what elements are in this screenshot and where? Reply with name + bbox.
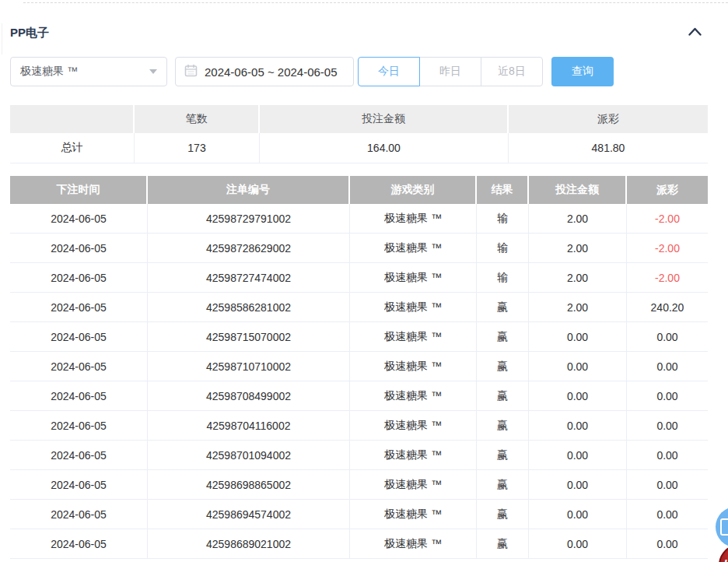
- detail-header-order-no: 注单编号: [148, 176, 350, 204]
- yesterday-button[interactable]: 昨日: [419, 57, 481, 86]
- cell-bet-time: 2024-06-05: [10, 322, 148, 352]
- table-row: 2024-06-0542598728629002极速糖果 ™输2.00-2.00: [10, 234, 708, 263]
- cell-bet-time: 2024-06-05: [10, 381, 148, 411]
- cell-bet-amount: 0.00: [529, 381, 627, 411]
- cell-bet-time: 2024-06-05: [10, 204, 148, 234]
- cell-bet-amount: 0.00: [529, 352, 627, 381]
- cell-payout: 0.00: [627, 411, 708, 441]
- cell-bet-time: 2024-06-05: [10, 263, 148, 293]
- summary-total-label: 总计: [10, 133, 135, 163]
- cell-bet-amount: 2.00: [529, 204, 627, 234]
- cell-payout: 0.00: [627, 470, 708, 500]
- cell-result: 输: [477, 263, 529, 293]
- collapse-panel-button[interactable]: [684, 24, 705, 41]
- cell-bet-time: 2024-06-05: [10, 293, 148, 322]
- table-row: 2024-06-0542598586281002极速糖果 ™赢2.00240.2…: [10, 293, 708, 322]
- table-row: 2024-06-0542598729791002极速糖果 ™输2.00-2.00: [10, 204, 708, 234]
- cell-result: 赢: [477, 441, 529, 470]
- cell-result: 赢: [477, 293, 529, 322]
- chevron-up-icon: [688, 26, 702, 39]
- cell-game-type: 极速糖果 ™: [350, 352, 477, 381]
- cell-bet-time: 2024-06-05: [10, 411, 148, 441]
- cell-payout: 0.00: [627, 322, 708, 352]
- date-range-input[interactable]: 2024-06-05 ~ 2024-06-05: [175, 57, 354, 86]
- cell-order-no: 42598694574002: [148, 500, 350, 529]
- game-select[interactable]: 极速糖果 ™: [10, 57, 167, 86]
- cell-game-type: 极速糖果 ™: [350, 234, 477, 263]
- detail-header-game-type: 游戏类别: [350, 176, 477, 204]
- cell-order-no: 42598727474002: [148, 263, 350, 293]
- cell-payout: -2.00: [627, 234, 708, 263]
- cell-order-no: 42598710710002: [148, 352, 350, 381]
- cell-result: 输: [477, 204, 529, 234]
- cell-result: 赢: [477, 322, 529, 352]
- table-row: 2024-06-0542598710710002极速糖果 ™赢0.000.00: [10, 352, 708, 381]
- cell-payout: 0.00: [627, 441, 708, 470]
- cell-bet-time: 2024-06-05: [10, 441, 148, 470]
- promo-float-button[interactable]: b: [719, 544, 728, 562]
- customer-service-float-button[interactable]: [716, 507, 728, 547]
- cell-bet-time: 2024-06-05: [10, 500, 148, 529]
- detail-table-body: 2024-06-0542598729791002极速糖果 ™输2.00-2.00…: [10, 204, 708, 559]
- summary-table: 笔数 投注金额 派彩 总计 173 164.00 481.80: [10, 105, 708, 163]
- cell-payout: -2.00: [627, 263, 708, 293]
- table-row: 2024-06-0542598727474002极速糖果 ™输2.00-2.00: [10, 263, 708, 293]
- cell-game-type: 极速糖果 ™: [350, 500, 477, 529]
- cell-result: 赢: [477, 470, 529, 500]
- cell-payout: 0.00: [627, 352, 708, 381]
- cell-game-type: 极速糖果 ™: [350, 470, 477, 500]
- summary-total-count: 173: [135, 133, 260, 163]
- cell-result: 赢: [477, 500, 529, 529]
- table-row: 2024-06-0542598704116002极速糖果 ™赢0.000.00: [10, 411, 708, 441]
- cell-game-type: 极速糖果 ™: [350, 411, 477, 441]
- left-edge-line: [2, 23, 2, 54]
- detail-header-row: 下注时间 注单编号 游戏类别 结果 投注金额 派彩: [10, 176, 708, 204]
- cell-bet-amount: 2.00: [529, 293, 627, 322]
- cell-order-no: 42598586281002: [148, 293, 350, 322]
- table-row: 2024-06-0542598698865002极速糖果 ™赢0.000.00: [10, 470, 708, 500]
- bet-records-table: 下注时间 注单编号 游戏类别 结果 投注金额 派彩 2024-06-054259…: [10, 176, 708, 559]
- table-row: 2024-06-0542598708499002极速糖果 ™赢0.000.00: [10, 381, 708, 411]
- cell-bet-amount: 0.00: [529, 529, 627, 559]
- cell-payout: -2.00: [627, 204, 708, 234]
- cell-order-no: 42598698865002: [148, 470, 350, 500]
- page-title: PP电子: [10, 26, 49, 40]
- summary-total-payout: 481.80: [509, 133, 708, 163]
- cell-bet-amount: 2.00: [529, 234, 627, 263]
- promo-logo: b: [723, 558, 728, 562]
- cell-payout: 0.00: [627, 529, 708, 559]
- table-row: 2024-06-0542598694574002极速糖果 ™赢0.000.00: [10, 500, 708, 529]
- quick-range-button-group: 今日 昨日 近8日: [358, 57, 543, 86]
- cell-game-type: 极速糖果 ™: [350, 441, 477, 470]
- cell-game-type: 极速糖果 ™: [350, 381, 477, 411]
- cell-game-type: 极速糖果 ™: [350, 293, 477, 322]
- document-icon: [720, 518, 728, 536]
- calendar-icon: [184, 64, 198, 79]
- cell-result: 赢: [477, 352, 529, 381]
- cell-order-no: 42598701094002: [148, 441, 350, 470]
- summary-header-row: 笔数 投注金额 派彩: [10, 105, 708, 133]
- cell-order-no: 42598704116002: [148, 411, 350, 441]
- summary-header-payout: 派彩: [509, 105, 708, 133]
- detail-header-result: 结果: [477, 176, 529, 204]
- cell-game-type: 极速糖果 ™: [350, 263, 477, 293]
- query-button[interactable]: 查询: [551, 57, 614, 86]
- cell-payout: 0.00: [627, 500, 708, 529]
- cell-payout: 240.20: [627, 293, 708, 322]
- last-8-days-button[interactable]: 近8日: [481, 57, 543, 86]
- table-row: 2024-06-0542598701094002极速糖果 ™赢0.000.00: [10, 441, 708, 470]
- today-button[interactable]: 今日: [358, 57, 420, 86]
- cell-bet-time: 2024-06-05: [10, 470, 148, 500]
- summary-total-row: 总计 173 164.00 481.80: [10, 133, 708, 163]
- date-range-value: 2024-06-05 ~ 2024-06-05: [205, 65, 338, 79]
- cell-result: 赢: [477, 411, 529, 441]
- cell-bet-time: 2024-06-05: [10, 234, 148, 263]
- cell-result: 赢: [477, 529, 529, 559]
- cell-payout: 0.00: [627, 381, 708, 411]
- cell-game-type: 极速糖果 ™: [350, 204, 477, 234]
- cell-order-no: 42598728629002: [148, 234, 350, 263]
- cell-bet-time: 2024-06-05: [10, 529, 148, 559]
- summary-header-count: 笔数: [135, 105, 260, 133]
- top-dashed-divider: [23, 2, 728, 3]
- cell-bet-amount: 0.00: [529, 322, 627, 352]
